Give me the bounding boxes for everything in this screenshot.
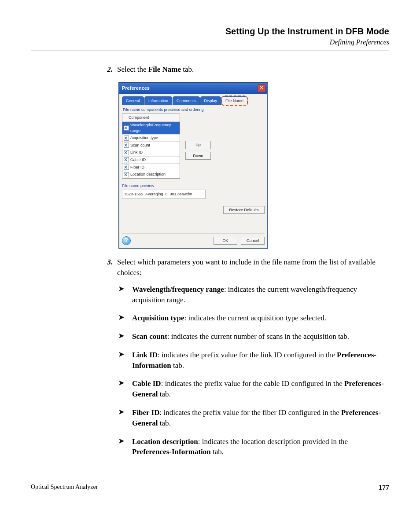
reorder-buttons: Up Down [185, 141, 211, 160]
up-button[interactable]: Up [185, 141, 211, 149]
dialog-tabs: General Information Comments Display Fil… [122, 96, 265, 106]
checkbox-icon[interactable] [124, 150, 129, 155]
preferences-dialog: Preferences × General Information Commen… [119, 83, 268, 248]
text: tab. [181, 65, 194, 73]
component-label: Location description [130, 172, 166, 177]
checkbox-icon[interactable] [124, 125, 129, 131]
param-desc: : indicates the prefix value for the lin… [158, 351, 337, 359]
page-number: 177 [379, 484, 389, 492]
component-label: Scan count [130, 143, 150, 148]
step-number: 3. [101, 257, 117, 268]
tab-information[interactable]: Information [144, 96, 172, 106]
list-item: Location description: indicates the loca… [118, 437, 389, 458]
param-name: Location description [132, 437, 198, 446]
group-label: File name components presence and orderi… [123, 107, 265, 113]
checkbox-icon[interactable] [124, 157, 129, 162]
param-desc: tab. [211, 448, 224, 456]
tab-general[interactable]: General [122, 96, 144, 106]
param-name: Wavelength/frequency range [132, 285, 224, 294]
page-content: 2. Select the File Name tab. Preferences… [31, 64, 389, 457]
dialog-titlebar: Preferences × [119, 83, 267, 94]
step-3: 3. Select which parameters you want to i… [101, 257, 389, 278]
list-item: Cable ID: indicates the prefix value for… [118, 378, 389, 400]
ok-button[interactable]: OK [214, 237, 237, 245]
component-area: Component Wavelength/Frequency range Acq… [122, 114, 265, 179]
cancel-button[interactable]: Cancel [241, 237, 265, 245]
component-label: Fiber ID [130, 165, 144, 170]
tab-display[interactable]: Display [200, 96, 221, 106]
dialog-footer: ? OK Cancel [122, 233, 265, 245]
param-desc: : indicates the current number of scans … [167, 332, 349, 341]
header-rule [31, 51, 389, 51]
param-desc: : indicates the location description pro… [198, 437, 348, 446]
checkbox-icon[interactable] [124, 143, 129, 148]
component-row[interactable]: Acquisition type [122, 135, 180, 142]
component-label: Acquisition type [130, 135, 158, 141]
help-icon[interactable]: ? [122, 236, 131, 245]
component-row[interactable]: Cable ID [122, 157, 180, 164]
chapter-title: Setting Up the Instrument in DFB Mode [31, 26, 389, 37]
checkbox-icon[interactable] [124, 165, 129, 170]
list-item: Fiber ID: indicates the prefix value for… [118, 407, 389, 429]
list-item: Scan count: indicates the current number… [118, 331, 389, 342]
preview-value: 1520-1565_Averaging_8_001.osawdm [122, 190, 206, 199]
component-label: Cable ID [130, 157, 146, 163]
component-row[interactable]: Scan count [122, 142, 180, 149]
tab-file-name[interactable]: File Name [221, 96, 247, 106]
param-name: Fiber ID [132, 408, 160, 417]
preview-label: File name preview [122, 183, 265, 189]
checkbox-icon[interactable] [124, 136, 129, 141]
step-text: Select which parameters you want to incl… [117, 257, 389, 278]
component-label: Wavelength/Frequency range [130, 122, 178, 133]
step-number: 2. [101, 64, 117, 75]
param-name: Acquisition type [132, 314, 184, 322]
component-row[interactable]: Wavelength/Frequency range [122, 122, 180, 135]
parameter-list: Wavelength/frequency range: indicates th… [118, 284, 389, 458]
tab-comments[interactable]: Comments [173, 96, 200, 106]
param-name: Scan count [132, 332, 167, 341]
param-desc: : indicates the current acquisition type… [184, 314, 326, 322]
restore-row: Restore Defaults [122, 206, 265, 214]
product-name: Optical Spectrum Analyzer [31, 484, 98, 492]
param-name: Link ID [132, 351, 158, 359]
manual-page: Setting Up the Instrument in DFB Mode De… [0, 0, 420, 510]
step-2: 2. Select the File Name tab. [101, 64, 389, 75]
down-button[interactable]: Down [185, 152, 211, 160]
component-row[interactable]: Link ID [122, 149, 180, 157]
list-item: Acquisition type: indicates the current … [118, 313, 389, 323]
page-footer: Optical Spectrum Analyzer 177 [31, 484, 389, 492]
component-label: Link ID [130, 150, 143, 155]
param-desc: tab. [158, 419, 171, 427]
component-table: Component Wavelength/Frequency range Acq… [122, 114, 180, 179]
param-desc: : indicates the prefix value for the fib… [160, 408, 342, 417]
bold-text: File Name [148, 65, 181, 73]
component-row[interactable]: Location description [122, 171, 180, 179]
dialog-title: Preferences [122, 85, 150, 92]
param-name: Cable ID [132, 379, 161, 388]
dialog-body: General Information Comments Display Fil… [119, 94, 267, 248]
checkbox-icon[interactable] [124, 172, 129, 177]
step-text: Select the File Name tab. [117, 64, 389, 75]
component-row[interactable]: Fiber ID [122, 164, 180, 171]
param-desc: tab. [171, 361, 184, 370]
restore-defaults-button[interactable]: Restore Defaults [223, 206, 265, 214]
list-item: Link ID: indicates the prefix value for … [118, 350, 389, 371]
section-subtitle: Defining Preferences [31, 38, 389, 46]
footer-buttons: OK Cancel [214, 237, 265, 245]
ref-tab: Preferences-Information [132, 448, 211, 456]
text: Select the [117, 65, 148, 73]
list-item: Wavelength/frequency range: indicates th… [118, 284, 389, 305]
param-desc: : indicates the prefix value for the cab… [161, 379, 344, 388]
param-desc: tab. [158, 390, 171, 398]
close-icon[interactable]: × [258, 84, 265, 92]
component-column-header: Component [122, 114, 180, 122]
page-header: Setting Up the Instrument in DFB Mode De… [31, 26, 389, 46]
